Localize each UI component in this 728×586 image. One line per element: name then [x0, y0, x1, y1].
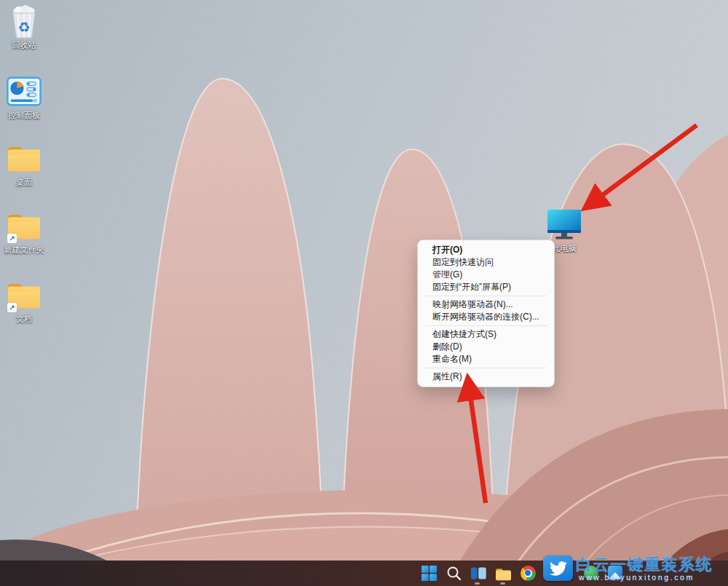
task-view-icon [471, 566, 486, 580]
running-indicator [475, 582, 480, 585]
chrome-icon [521, 566, 536, 581]
watermark-url-text: www.baiyunxitong.com [579, 573, 695, 582]
menu-item-disconnect-network-drive[interactable]: 断开网络驱动器的连接(C)... [418, 311, 554, 323]
icon-label: 此电脑 [553, 244, 577, 253]
menu-separator [425, 296, 547, 296]
desktop-icon-new-folder-shortcut[interactable]: ↗ 新建文件夹 [0, 209, 48, 255]
folder-icon: ↗ [7, 209, 41, 244]
recycle-symbol-icon: ♻ [17, 20, 30, 34]
menu-item-rename[interactable]: 重命名(M) [418, 353, 554, 365]
task-view-button[interactable] [470, 564, 487, 582]
menu-separator [425, 325, 547, 326]
menu-item-pin-to-quick-access[interactable]: 固定到快速访问 [418, 256, 554, 269]
bird-icon [550, 560, 567, 577]
icon-label: 桌面 [16, 178, 32, 187]
context-menu: 打开(O) 固定到快速访问 管理(G) 固定到“开始”屏幕(P) 映射网络驱动器… [417, 239, 555, 387]
watermark: 白云一键重装系统 www.baiyunxitong.com [535, 552, 728, 586]
file-explorer-button[interactable] [494, 564, 512, 582]
folder-icon: ↗ [7, 278, 41, 313]
desktop-icon-desktop-folder[interactable]: 桌面 [0, 141, 48, 187]
shortcut-arrow-icon: ↗ [7, 234, 17, 243]
windows-logo-icon [422, 566, 437, 581]
folder-icon [7, 141, 41, 176]
shortcut-arrow-icon: ↗ [7, 303, 17, 312]
running-indicator [500, 582, 505, 585]
icon-label: 新建文件夹 [4, 245, 44, 255]
menu-separator [425, 368, 547, 368]
desktop-icon-recycle-bin[interactable]: ♻ 回收站 [0, 4, 48, 50]
menu-item-properties[interactable]: 属性(R) [418, 371, 554, 383]
menu-item-map-network-drive[interactable]: 映射网络驱动器(N)... [418, 298, 554, 311]
control-panel-icon [7, 74, 41, 109]
desktop-icon-documents-shortcut[interactable]: ↗ 文档 [0, 278, 48, 324]
this-pc-icon [547, 207, 582, 242]
menu-item-pin-to-start[interactable]: 固定到“开始”屏幕(P) [418, 281, 554, 293]
icon-label: 控制面板 [8, 111, 40, 120]
file-explorer-icon [495, 566, 512, 581]
recycle-bin-icon: ♻ [7, 4, 41, 39]
wallpaper-bloom [0, 0, 728, 586]
chrome-button[interactable] [519, 564, 537, 582]
menu-item-create-shortcut[interactable]: 创建快捷方式(S) [418, 328, 554, 341]
desktop-icon-control-panel[interactable]: 控制面板 [0, 74, 48, 120]
icon-label: 回收站 [12, 41, 36, 50]
desktop: ♻ 回收站 控制面板 桌面 [0, 0, 728, 586]
search-button[interactable] [445, 564, 462, 582]
menu-item-open[interactable]: 打开(O) [418, 244, 554, 256]
menu-item-delete[interactable]: 删除(D) [418, 341, 554, 353]
search-icon [446, 566, 462, 581]
watermark-logo [543, 555, 573, 581]
menu-item-manage[interactable]: 管理(G) [418, 269, 554, 281]
start-button[interactable] [420, 564, 438, 582]
icon-label: 文档 [16, 314, 32, 324]
